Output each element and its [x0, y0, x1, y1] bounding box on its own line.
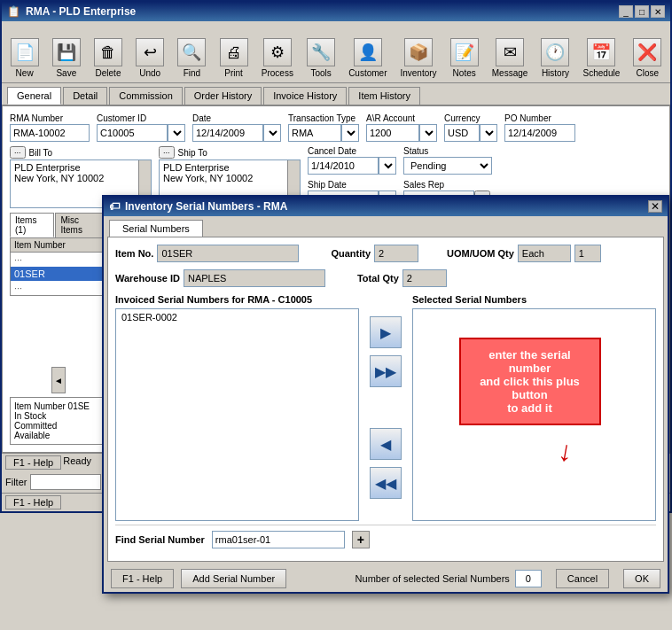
delete-button[interactable]: 🗑 Delete [89, 36, 127, 80]
cancel-date-input[interactable] [308, 157, 379, 175]
ok-button[interactable]: OK [623, 569, 660, 588]
move-all-left-button[interactable]: ◀◀ [370, 467, 402, 499]
close-toolbar-button[interactable]: ❌ Close [629, 36, 667, 80]
customer-button[interactable]: 👤 Customer [344, 36, 392, 80]
scroll-left-button[interactable]: ◄ [51, 367, 66, 393]
new-button[interactable]: 📄 New [5, 36, 43, 80]
date-input[interactable] [192, 124, 263, 142]
item-number-value: 01SE [68, 401, 90, 411]
app-title: RMA - PLD Enterprise [26, 5, 136, 18]
modal-close-button[interactable]: ✕ [648, 200, 662, 213]
selected-sn-label: Selected Serial Numbers [412, 294, 656, 305]
selected-count-value: 0 [515, 570, 542, 587]
currency-label: Currency [444, 113, 497, 123]
ar-account-dropdown[interactable] [419, 124, 437, 142]
minimize-button[interactable]: _ [619, 5, 633, 18]
total-qty-input[interactable] [402, 269, 447, 287]
transfer-buttons: ▶ ▶▶ ◀ ◀◀ [366, 294, 405, 521]
inventory-button[interactable]: 📦 Inventory [395, 36, 441, 80]
quantity-input[interactable] [374, 245, 418, 262]
tab-serial-numbers[interactable]: Serial Numbers [109, 220, 203, 237]
tab-commission[interactable]: Commission [109, 87, 183, 105]
tab-order-history[interactable]: Order History [184, 87, 262, 105]
schedule-button[interactable]: 📅 Schedule [578, 36, 625, 80]
print-button[interactable]: 🖨 Print [215, 36, 253, 80]
selected-count-label: Number of selected Serial Numbers [356, 573, 510, 584]
history-button[interactable]: 🕐 History [536, 36, 574, 80]
rma-number-label: RMA Number [10, 113, 90, 123]
customer-id-dropdown[interactable] [168, 124, 185, 142]
secondary-help-button[interactable]: F1 - Help [5, 495, 61, 509]
item-no-input[interactable] [157, 245, 299, 262]
tools-button[interactable]: 🔧 Tools [301, 36, 340, 80]
ar-account-label: A\R Account [366, 113, 437, 123]
customer-icon: 👤 [354, 38, 382, 66]
uom-qty-input[interactable] [574, 245, 601, 262]
customer-id-input[interactable] [97, 124, 168, 142]
transaction-type-input[interactable] [288, 124, 341, 142]
process-icon: ⚙ [263, 38, 292, 66]
rma-number-input[interactable] [10, 124, 90, 142]
ship-to-button[interactable]: ··· [159, 146, 175, 159]
process-button[interactable]: ⚙ Process [256, 36, 298, 80]
date-dropdown[interactable] [263, 124, 281, 142]
modal-help-button[interactable]: F1 - Help [111, 569, 174, 588]
items-row-01ser[interactable]: 01SER [11, 267, 106, 281]
move-all-right-button[interactable]: ▶▶ [370, 355, 402, 387]
transaction-type-dropdown[interactable] [341, 124, 359, 142]
modal-footer: F1 - Help Add Serial Number Number of se… [104, 565, 668, 592]
items-column-header: Item Number [11, 238, 106, 253]
tab-item-history[interactable]: Item History [348, 87, 420, 105]
undo-button[interactable]: ↩ Undo [131, 36, 169, 80]
status-dropdown[interactable]: Pending [403, 157, 492, 175]
title-bar: 📋 RMA - PLD Enterprise _ □ ✕ [2, 2, 670, 21]
items-row-empty[interactable]: ··· [11, 281, 106, 295]
close-button[interactable]: ✕ [651, 5, 665, 18]
callout-box: enter the serial number and click this p… [459, 338, 601, 425]
filter-input[interactable] [30, 474, 101, 490]
find-serial-label: Find Serial Number [115, 534, 205, 545]
modal-tabs: Serial Numbers [104, 216, 668, 237]
ship-to-label: Ship To [178, 148, 207, 158]
warehouse-input[interactable] [184, 269, 325, 287]
save-button[interactable]: 💾 Save [47, 36, 85, 80]
add-serial-number-button[interactable]: Add Serial Number [181, 569, 286, 588]
item-no-label: Item No. [115, 248, 153, 259]
notes-button[interactable]: 📝 Notes [445, 36, 483, 80]
tools-icon: 🔧 [307, 38, 335, 66]
message-button[interactable]: ✉ Message [487, 36, 533, 80]
tab-invoice-history[interactable]: Invoice History [263, 87, 347, 105]
invoiced-sn-list[interactable]: 01SER-0002 [115, 308, 359, 521]
ar-account-input[interactable] [366, 124, 419, 142]
tab-detail[interactable]: Detail [63, 87, 107, 105]
delete-icon: 🗑 [94, 38, 122, 66]
find-serial-add-button[interactable]: + [352, 531, 370, 548]
bill-to-button[interactable]: ··· [10, 146, 26, 159]
cancel-date-label: Cancel Date [308, 146, 396, 156]
misc-items-tab[interactable]: Misc Items [55, 213, 107, 237]
toolbar: 📄 New 💾 Save 🗑 Delete ↩ Undo 🔍 Find 🖨 [2, 21, 670, 83]
callout-line1: enter the serial number [470, 348, 590, 375]
find-serial-row: Find Serial Number + [115, 525, 656, 554]
currency-dropdown[interactable] [480, 124, 497, 142]
find-button[interactable]: 🔍 Find [173, 36, 211, 80]
selected-sn-list[interactable]: enter the serial number and click this p… [412, 308, 656, 521]
items-row-browse[interactable]: ··· [11, 253, 106, 267]
sales-rep-label: Sales Rep [403, 180, 492, 190]
maximize-button[interactable]: □ [635, 5, 649, 18]
uom-input[interactable] [518, 245, 571, 262]
move-right-button[interactable]: ▶ [370, 316, 402, 348]
move-left-button[interactable]: ◀ [370, 428, 402, 460]
close-toolbar-icon: ❌ [633, 38, 661, 66]
tab-general[interactable]: General [7, 87, 61, 105]
main-help-button[interactable]: F1 - Help [5, 455, 61, 470]
callout-line2: and click this plus button [470, 375, 590, 401]
po-number-input[interactable] [504, 124, 575, 142]
currency-input[interactable] [444, 124, 480, 142]
in-stock-label: In Stock [14, 411, 46, 421]
find-serial-input[interactable] [212, 531, 345, 548]
cancel-button[interactable]: Cancel [556, 569, 609, 588]
items-tab[interactable]: Items (1) [10, 213, 54, 237]
cancel-date-dropdown[interactable] [379, 157, 396, 175]
sn-list-item[interactable]: 01SER-0002 [118, 311, 356, 323]
